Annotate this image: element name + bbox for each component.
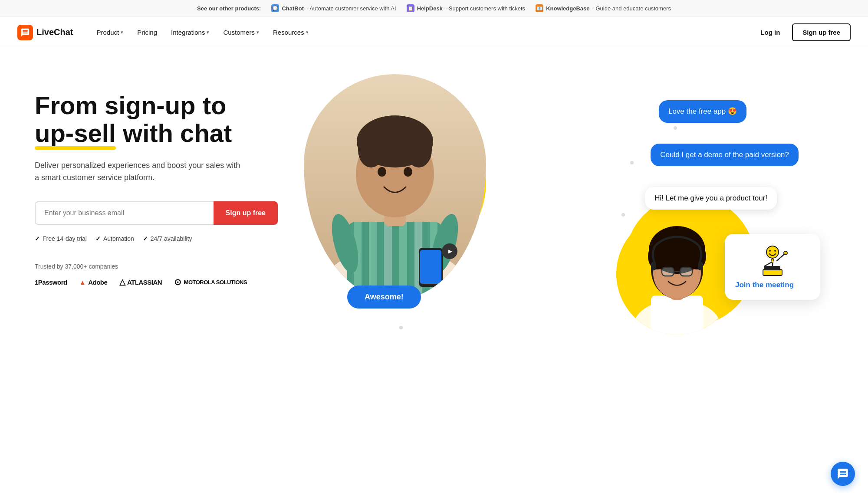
adobe-icon: ▲ bbox=[79, 279, 85, 286]
hero-title-line1: From sign-up to bbox=[35, 91, 226, 119]
svg-rect-33 bbox=[651, 262, 656, 270]
logo-1password: 1Password bbox=[35, 279, 67, 286]
helpdesk-icon: 📋 bbox=[407, 4, 414, 12]
signup-free-button[interactable]: Sign up free bbox=[214, 201, 278, 225]
svg-point-39 bbox=[784, 251, 787, 255]
dot-3 bbox=[621, 213, 625, 217]
nav-product[interactable]: Product ▾ bbox=[90, 25, 129, 39]
chat-widget-icon bbox=[837, 468, 849, 480]
smiley-icon bbox=[755, 244, 790, 279]
hero-title-with-chat: with chat bbox=[116, 119, 232, 147]
motorola-icon: ⊙ bbox=[174, 277, 181, 287]
nav-pricing[interactable]: Pricing bbox=[131, 25, 163, 39]
chatbot-icon: 💬 bbox=[271, 4, 279, 12]
knowledgebase-name: KnowledgeBase bbox=[546, 5, 589, 12]
svg-rect-22 bbox=[651, 295, 703, 335]
chatbot-name: ChatBot bbox=[282, 5, 304, 12]
person-svg bbox=[304, 74, 486, 300]
helpdesk-desc: - Support customers with tickets bbox=[445, 5, 525, 12]
chat-bubble-2: Could I get a demo of the paid version? bbox=[651, 144, 799, 166]
dot-2 bbox=[630, 161, 634, 164]
nav-integrations[interactable]: Integrations ▾ bbox=[165, 25, 215, 39]
chatbot-link[interactable]: 💬 ChatBot - Automate customer service wi… bbox=[271, 4, 396, 12]
knowledgebase-desc: - Guide and educate customers bbox=[592, 5, 671, 12]
hero-title: From sign-up to up-sell with chat bbox=[35, 92, 278, 147]
feature-trial-label: Free 14-day trial bbox=[43, 235, 87, 242]
hero-illustration: Love the free app 😍 Could I get a demo o… bbox=[278, 74, 833, 335]
nav-resources[interactable]: Resources ▾ bbox=[267, 25, 315, 39]
logo-adobe: ▲ Adobe bbox=[79, 279, 108, 286]
integrations-chevron-icon: ▾ bbox=[207, 30, 209, 35]
svg-rect-31 bbox=[680, 267, 692, 276]
hero-section: From sign-up to up-sell with chat Delive… bbox=[0, 48, 868, 499]
dot-7 bbox=[399, 326, 403, 329]
email-input[interactable] bbox=[35, 201, 214, 225]
login-button[interactable]: Log in bbox=[753, 25, 787, 39]
resources-chevron-icon: ▾ bbox=[306, 30, 309, 35]
svg-rect-34 bbox=[698, 262, 703, 270]
hero-title-upsell: up-sell bbox=[35, 119, 116, 147]
banner-label: See our other products: bbox=[197, 5, 261, 12]
trust-logos: 1Password ▲ Adobe △ ATLASSIAN ⊙ MOTOROLA… bbox=[35, 277, 278, 287]
nav-customers[interactable]: Customers ▾ bbox=[217, 25, 265, 39]
svg-point-11 bbox=[358, 133, 384, 167]
knowledgebase-icon: 📧 bbox=[536, 4, 543, 12]
agent-card: Join the meeting bbox=[725, 234, 820, 300]
signup-nav-button[interactable]: Sign up free bbox=[792, 23, 851, 41]
hero-subtitle: Deliver personalized experiences and boo… bbox=[35, 159, 243, 184]
feature-trial: ✓ Free 14-day trial bbox=[35, 235, 87, 242]
chat-bubble-3: Hi! Let me give you a product tour! bbox=[645, 187, 777, 210]
svg-point-12 bbox=[406, 133, 432, 167]
svg-rect-30 bbox=[662, 267, 674, 276]
svg-rect-43 bbox=[764, 266, 780, 270]
logo[interactable]: LiveChat bbox=[17, 25, 73, 40]
agent-photo bbox=[616, 213, 738, 335]
logo-icon bbox=[17, 25, 33, 40]
atlassian-icon: △ bbox=[119, 277, 125, 287]
agent-svg bbox=[616, 213, 738, 335]
svg-point-37 bbox=[774, 250, 776, 252]
helpdesk-name: HelpDesk bbox=[417, 5, 443, 12]
features-list: ✓ Free 14-day trial ✓ Automation ✓ 24/7 … bbox=[35, 235, 278, 242]
check-icon-automation: ✓ bbox=[95, 235, 101, 242]
check-icon-trial: ✓ bbox=[35, 235, 40, 242]
svg-point-35 bbox=[766, 246, 779, 258]
svg-rect-42 bbox=[763, 269, 782, 276]
email-form: Sign up free bbox=[35, 201, 278, 225]
feature-automation-label: Automation bbox=[103, 235, 134, 242]
helpdesk-link[interactable]: 📋 HelpDesk - Support customers with tick… bbox=[407, 4, 526, 12]
trust-section: Trusted by 37,000+ companies 1Password ▲… bbox=[35, 263, 278, 287]
play-button[interactable] bbox=[442, 243, 457, 259]
smiley-container bbox=[735, 244, 810, 281]
hero-right: Love the free app 😍 Could I get a demo o… bbox=[278, 74, 833, 335]
svg-point-13 bbox=[378, 167, 386, 177]
knowledgebase-link[interactable]: 📧 KnowledgeBase - Guide and educate cust… bbox=[536, 4, 671, 12]
nav-actions: Log in Sign up free bbox=[753, 23, 851, 41]
feature-automation: ✓ Automation bbox=[95, 235, 134, 242]
svg-point-14 bbox=[404, 167, 412, 177]
trust-label: Trusted by 37,000+ companies bbox=[35, 263, 278, 270]
product-chevron-icon: ▾ bbox=[121, 30, 123, 35]
feature-availability: ✓ 24/7 availability bbox=[143, 235, 192, 242]
svg-point-36 bbox=[769, 250, 771, 252]
top-banner: See our other products: 💬 ChatBot - Auto… bbox=[0, 0, 868, 17]
join-meeting-link[interactable]: Join the meeting bbox=[735, 281, 794, 289]
hero-left: From sign-up to up-sell with chat Delive… bbox=[35, 74, 278, 287]
chat-widget[interactable] bbox=[831, 462, 855, 486]
chat-bubble-1: Love the free app 😍 bbox=[659, 100, 746, 123]
chatbot-desc: - Automate customer service with AI bbox=[306, 5, 396, 12]
logo-motorola: ⊙ MOTOROLA SOLUTIONS bbox=[174, 277, 247, 287]
customers-chevron-icon: ▾ bbox=[256, 30, 259, 35]
nav-links: Product ▾ Pricing Integrations ▾ Custome… bbox=[90, 25, 753, 39]
awesome-button[interactable]: Awesome! bbox=[347, 286, 421, 309]
person-image bbox=[304, 74, 486, 300]
dot-1 bbox=[674, 126, 677, 130]
svg-line-41 bbox=[765, 262, 773, 266]
logo-svg bbox=[20, 28, 30, 37]
feature-availability-label: 24/7 availability bbox=[151, 235, 192, 242]
check-icon-availability: ✓ bbox=[143, 235, 148, 242]
navbar: LiveChat Product ▾ Pricing Integrations … bbox=[0, 17, 868, 48]
logo-text: LiveChat bbox=[36, 27, 73, 37]
logo-atlassian: △ ATLASSIAN bbox=[119, 277, 162, 287]
svg-rect-19 bbox=[420, 250, 441, 284]
